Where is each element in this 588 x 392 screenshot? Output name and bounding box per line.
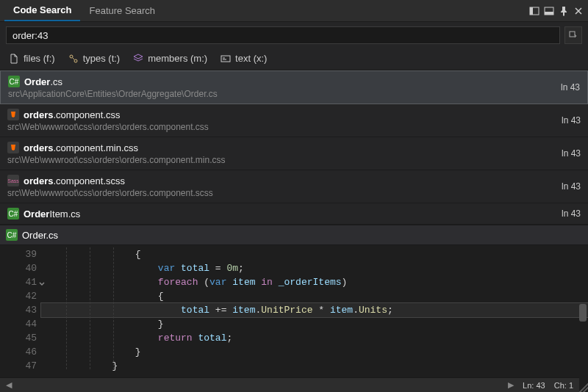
tab-feature-search[interactable]: Feature Search xyxy=(80,1,164,21)
css-badge-icon xyxy=(7,142,19,153)
filter-types-label: types (t:) xyxy=(83,53,121,64)
status-bar: ◀ ▶ Ln: 43 Ch: 1 xyxy=(0,377,579,392)
result-filename: OrderItem.cs xyxy=(24,208,80,219)
csharp-badge-icon: C# xyxy=(7,208,19,219)
code-lines: { var total = 0m; foreach (var item in _… xyxy=(41,245,588,371)
result-filename: Order.cs xyxy=(24,76,62,87)
search-row xyxy=(0,22,588,48)
result-line-number: ln 43 xyxy=(554,181,581,192)
filter-text[interactable]: text (x:) xyxy=(220,53,267,64)
result-filename: orders.component.min.css xyxy=(24,142,138,153)
header-bar: Code Search Feature Search xyxy=(0,0,588,22)
csharp-badge-icon: C# xyxy=(6,229,18,241)
result-item[interactable]: C#OrderItem.csln 43 xyxy=(0,203,588,225)
line-number: 41 xyxy=(0,275,37,289)
dock-bottom-icon[interactable] xyxy=(544,6,554,16)
preview-header: C# Order.cs xyxy=(0,225,588,245)
result-line-number: ln 43 xyxy=(554,115,581,126)
css-badge-icon xyxy=(7,109,19,120)
result-filename: orders.component.css xyxy=(24,109,121,120)
svg-rect-7 xyxy=(221,56,230,62)
types-icon xyxy=(68,54,79,64)
code-line: } xyxy=(41,317,588,331)
filter-files-label: files (f:) xyxy=(24,53,55,64)
line-number: 45 xyxy=(0,331,37,345)
results-list: C#Order.cssrc\ApplicationCore\Entities\O… xyxy=(0,70,588,225)
filter-types[interactable]: types (t:) xyxy=(68,53,121,64)
result-filename: orders.component.scss xyxy=(24,175,125,186)
svg-point-5 xyxy=(70,55,73,58)
search-options-dropdown[interactable] xyxy=(564,26,582,44)
code-scrollbar-track[interactable] xyxy=(578,245,587,371)
svg-point-6 xyxy=(74,59,77,62)
code-line: { xyxy=(41,289,588,303)
status-line: Ln: 43 xyxy=(523,381,545,390)
tab-code-search[interactable]: Code Search xyxy=(4,0,80,21)
nav-forward-icon[interactable]: ▶ xyxy=(508,380,514,390)
filter-bar: files (f:) types (t:) members (m:) text … xyxy=(0,48,588,70)
result-path: src\ApplicationCore\Entities\OrderAggreg… xyxy=(8,89,553,99)
line-number: 46 xyxy=(0,345,37,359)
result-item[interactable]: orders.component.csssrc\Web\wwwroot\css\… xyxy=(0,104,588,137)
result-line-number: ln 43 xyxy=(554,208,581,219)
line-number: 42 xyxy=(0,289,37,303)
csharp-badge-icon: C# xyxy=(8,76,20,87)
code-line: { xyxy=(41,247,588,261)
filter-members-label: members (m:) xyxy=(148,53,207,64)
line-number: 47 xyxy=(0,359,37,373)
code-line: } xyxy=(41,345,588,359)
file-icon xyxy=(9,54,19,64)
svg-rect-1 xyxy=(530,7,533,15)
code-line: } xyxy=(41,359,588,373)
search-input[interactable] xyxy=(6,26,560,44)
pin-icon[interactable] xyxy=(559,6,569,16)
nav-back-icon[interactable]: ◀ xyxy=(6,380,12,390)
code-line: return total; xyxy=(41,331,588,345)
result-path: src\Web\wwwroot\css\orders\orders.compon… xyxy=(7,188,554,198)
scss-badge-icon: Sass xyxy=(7,175,19,186)
filter-members[interactable]: members (m:) xyxy=(133,53,207,64)
filter-files[interactable]: files (f:) xyxy=(9,53,55,64)
code-scrollbar-thumb[interactable] xyxy=(579,304,587,322)
result-item[interactable]: orders.component.min.csssrc\Web\wwwroot\… xyxy=(0,137,588,170)
preview-filename: Order.cs xyxy=(22,230,58,241)
result-path: src\Web\wwwroot\css\orders\orders.compon… xyxy=(7,122,554,132)
members-icon xyxy=(133,54,143,64)
result-item[interactable]: C#Order.cssrc\ApplicationCore\Entities\O… xyxy=(0,70,588,104)
line-number: 44 xyxy=(0,317,37,331)
code-line: total += item.UnitPrice * item.Units; xyxy=(41,303,588,317)
result-line-number: ln 43 xyxy=(553,82,580,92)
code-line: var total = 0m; xyxy=(41,261,588,275)
result-line-number: ln 43 xyxy=(554,148,581,159)
line-number: 40 xyxy=(0,261,37,275)
code-preview[interactable]: 394041424344454647 { var total = 0m; for… xyxy=(0,245,588,371)
text-icon xyxy=(220,54,231,64)
resize-handle[interactable] xyxy=(579,383,588,392)
close-icon[interactable] xyxy=(573,6,584,16)
result-item[interactable]: Sassorders.component.scsssrc\Web\wwwroot… xyxy=(0,170,588,203)
line-gutter: 394041424344454647 xyxy=(0,245,41,371)
code-line: foreach (var item in _orderItems) xyxy=(41,275,588,289)
status-col: Ch: 1 xyxy=(554,381,573,390)
result-path: src\Web\wwwroot\css\orders\orders.compon… xyxy=(7,155,554,165)
line-number: 39 xyxy=(0,247,37,261)
filter-text-label: text (x:) xyxy=(235,53,267,64)
line-number: 43 xyxy=(0,303,37,317)
dock-left-icon[interactable] xyxy=(529,6,539,16)
svg-rect-3 xyxy=(545,12,553,15)
svg-rect-4 xyxy=(570,32,575,37)
